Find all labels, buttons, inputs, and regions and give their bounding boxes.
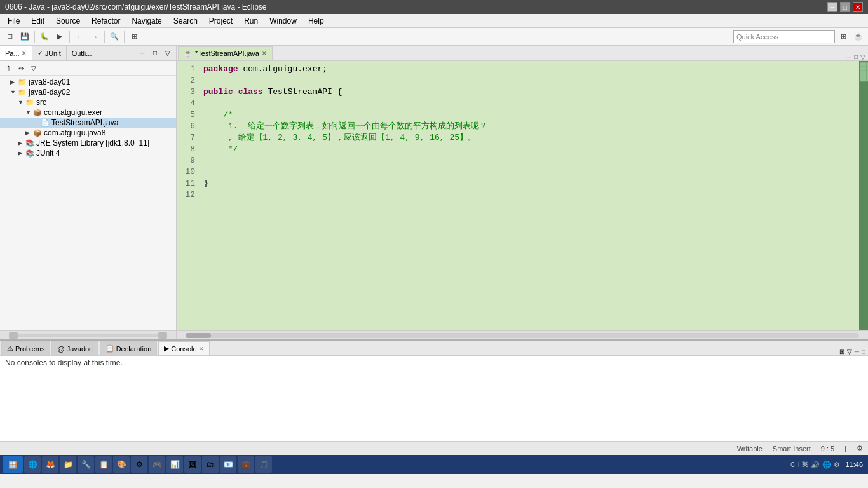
tree-src[interactable]: ▼ 📁 src: [0, 97, 176, 107]
sidebar-max-button[interactable]: □: [149, 48, 161, 59]
start-button[interactable]: 🪟: [3, 456, 23, 473]
menu-file[interactable]: File: [3, 15, 25, 27]
package-tab-close[interactable]: ✕: [22, 50, 27, 57]
menu-source[interactable]: Source: [51, 15, 85, 27]
code-editor[interactable]: 1234 5678 9101112 package com.atguigu.ex…: [177, 61, 868, 330]
tree-java8-day01[interactable]: ▶ 📁 java8-day01: [0, 77, 176, 87]
taskbar-app7[interactable]: 🗂: [202, 456, 219, 473]
tree-item-label: TestStreamAPI.java: [51, 118, 118, 127]
menu-refactor[interactable]: Refactor: [86, 15, 125, 27]
bottom-view-menu[interactable]: ▽: [847, 348, 852, 355]
tree-java8-day02[interactable]: ▼ 📁 java8-day02: [0, 87, 176, 97]
toolbar-run[interactable]: ▶: [53, 30, 67, 44]
taskbar-firefox[interactable]: 🦊: [42, 456, 58, 473]
maximize-button[interactable]: □: [840, 2, 850, 12]
menu-run[interactable]: Run: [239, 15, 263, 27]
link-with-editor[interactable]: ⇔: [15, 62, 27, 74]
taskbar-app3[interactable]: ⚙: [131, 456, 147, 473]
app3-icon: ⚙: [136, 460, 143, 469]
sidebar-scrollbar[interactable]: [0, 330, 176, 339]
bottom-tab-javadoc[interactable]: @ Javadoc: [51, 341, 98, 355]
title-bar: 0606 - Java - java8-day02/src/com/atguig…: [0, 0, 868, 14]
package-icon: 📦: [33, 129, 42, 137]
bottom-tab-console[interactable]: ▶ Console ✕: [158, 341, 209, 355]
sidebar-view-menu[interactable]: ▽: [162, 48, 173, 59]
taskbar-right: CH 英 🔊 🌐 ⚙ 11:46: [790, 460, 865, 469]
sidebar-tab-outline[interactable]: Outli...: [67, 46, 98, 60]
tree-teststream[interactable]: 📄 TestStreamAPI.java: [0, 118, 176, 128]
editor-view-menu[interactable]: ▽: [860, 53, 865, 60]
bottom-panel: ⚠ Problems @ Javadoc 📋 Declaration ▶ Con…: [0, 339, 868, 441]
collapse-all-button[interactable]: ⇑: [3, 62, 14, 74]
tree-arrow: ▶: [25, 130, 33, 136]
menu-window[interactable]: Window: [264, 15, 302, 27]
taskbar-app1[interactable]: 📋: [95, 456, 112, 473]
taskbar-tools[interactable]: 🔧: [78, 456, 94, 473]
sidebar-min-button[interactable]: ─: [137, 48, 148, 59]
sidebar-toolbar: ⇑ ⇔ ▽: [0, 61, 176, 76]
tray-volume[interactable]: 🔊: [811, 461, 820, 469]
menu-edit[interactable]: Edit: [26, 15, 50, 27]
bottom-maximize[interactable]: □: [862, 348, 865, 355]
tools-icon: 🔧: [81, 460, 91, 469]
toolbar-back[interactable]: ←: [72, 30, 86, 44]
tree-package-java8[interactable]: ▶ 📦 com.atguigu.java8: [0, 128, 176, 138]
tray-lang: 英: [802, 460, 808, 469]
bottom-minimize[interactable]: ─: [855, 348, 859, 355]
close-button[interactable]: ✕: [853, 2, 863, 12]
editor-tab-teststreamapi[interactable]: ☕ *TestStreamAPI.java ✕: [178, 46, 273, 60]
status-bar: Writable Smart Insert 9 : 5 | ⚙: [0, 441, 868, 455]
toolbar-perspective[interactable]: ⊞: [127, 30, 141, 44]
code-content[interactable]: package com.atguigu.exer; public class T…: [198, 61, 859, 330]
bottom-tab-declaration[interactable]: 📋 Declaration: [100, 341, 158, 355]
declaration-icon: 📋: [105, 344, 114, 353]
editor-scrollbar-right[interactable]: ████████████████████: [859, 61, 868, 330]
editor-tab-label: *TestStreamAPI.java: [195, 50, 259, 57]
console-tab-close[interactable]: ✕: [199, 346, 204, 352]
toolbar-debug[interactable]: 🐛: [37, 30, 51, 44]
sidebar-tab-package[interactable]: Pa... ✕: [0, 46, 32, 60]
taskbar-app2[interactable]: 🎨: [113, 456, 130, 473]
taskbar-app10[interactable]: 🎵: [255, 456, 272, 473]
tree-package-exer[interactable]: ▼ 📦 com.atguigu.exer: [0, 107, 176, 118]
taskbar-app4[interactable]: 🎮: [149, 456, 165, 473]
taskbar-folder[interactable]: 📁: [60, 456, 76, 473]
sidebar-tab-junit[interactable]: ✓ JUnit: [32, 46, 67, 60]
toolbar-open-perspective[interactable]: ⊞: [836, 30, 850, 44]
quick-access-input[interactable]: Quick Access: [733, 30, 835, 43]
toolbar-forward[interactable]: →: [88, 30, 102, 44]
tray-settings[interactable]: ⚙: [834, 461, 840, 469]
taskbar-app5[interactable]: 📊: [166, 456, 183, 473]
minimize-button[interactable]: ─: [827, 2, 837, 12]
menu-project[interactable]: Project: [204, 15, 238, 27]
java-file-icon: ☕: [184, 50, 193, 58]
toolbar-search[interactable]: 🔍: [107, 30, 121, 44]
tree-junit4[interactable]: ▶ 📚 JUnit 4: [0, 148, 176, 158]
scroll-thumb[interactable]: [186, 333, 211, 338]
menu-search[interactable]: Search: [168, 15, 203, 27]
taskbar-app9[interactable]: 💼: [238, 456, 254, 473]
taskbar-app8[interactable]: 📧: [220, 456, 236, 473]
bottom-new-console[interactable]: ⊞: [839, 348, 844, 355]
start-icon: 🪟: [8, 461, 17, 469]
editor-tab-close[interactable]: ✕: [262, 50, 267, 57]
horizontal-scrollbar[interactable]: [177, 330, 868, 339]
taskbar-app6[interactable]: 🖼: [184, 456, 201, 473]
editor-minimize[interactable]: ─: [847, 53, 851, 60]
menu-navigate[interactable]: Navigate: [126, 15, 166, 27]
editor-maximize[interactable]: □: [854, 53, 858, 60]
sidebar-view-menu2[interactable]: ▽: [28, 62, 39, 74]
editor-area: ☕ *TestStreamAPI.java ✕ ─ □ ▽ 1234 5678 …: [177, 46, 868, 339]
menu-help[interactable]: Help: [303, 15, 329, 27]
tree-arrow: ▼: [25, 109, 33, 116]
bottom-tab-problems[interactable]: ⚠ Problems: [1, 341, 50, 355]
taskbar-ie[interactable]: 🌐: [24, 456, 41, 473]
app7-icon: 🗂: [207, 460, 214, 469]
toolbar-save[interactable]: 💾: [18, 30, 32, 44]
tree-jre[interactable]: ▶ 📚 JRE System Library [jdk1.8.0_11]: [0, 138, 176, 148]
toolbar-java-perspective[interactable]: ☕: [851, 30, 865, 44]
toolbar-new[interactable]: ⊡: [3, 30, 17, 44]
tree-arrow: ▶: [18, 150, 25, 156]
tree-arrow: ▶: [10, 79, 18, 85]
tray-network[interactable]: 🌐: [822, 461, 831, 469]
